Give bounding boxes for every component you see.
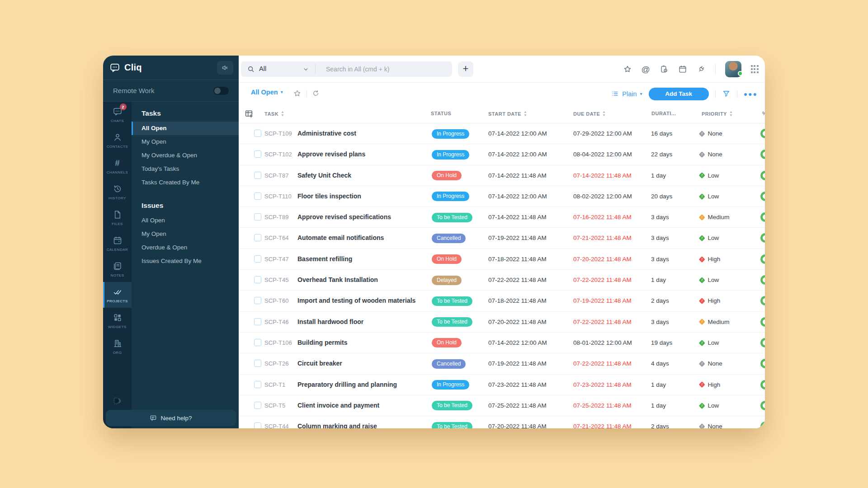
layout-dropdown[interactable]: Plain ▾: [611, 90, 642, 98]
task-row[interactable]: SCP-T106 Building permits On Hold 07-14-…: [239, 333, 765, 353]
task-name[interactable]: Install hardwood floor: [297, 318, 363, 325]
task-row[interactable]: SCP-T102 Approve revised plans In Progre…: [239, 144, 765, 165]
filter-item[interactable]: All Open: [132, 122, 239, 135]
task-name[interactable]: Safety Unit Check: [297, 172, 351, 179]
sidebar-item-projects[interactable]: PROJECTS: [103, 282, 132, 308]
mention-at-icon[interactable]: @: [642, 65, 650, 74]
filter-item[interactable]: My Open: [132, 227, 239, 241]
table-settings-icon[interactable]: [244, 109, 254, 118]
refresh-icon[interactable]: [312, 89, 320, 97]
task-name[interactable]: Approve revised specifications: [297, 213, 391, 221]
task-row[interactable]: SCP-T5 Client invoice and payment To be …: [239, 395, 765, 416]
sort-icon[interactable]: [729, 111, 733, 117]
apps-grid-icon[interactable]: [751, 65, 759, 73]
global-search[interactable]: All Search in All (cmd + k): [241, 61, 452, 77]
calendar-icon[interactable]: [678, 65, 687, 74]
task-name[interactable]: Approve revised plans: [297, 150, 365, 158]
row-checkbox[interactable]: [254, 255, 261, 263]
sidebar-item-widgets[interactable]: WIDGETS: [103, 308, 132, 333]
task-row[interactable]: SCP-T64 Automate email notifications Can…: [239, 228, 765, 249]
filter-item[interactable]: Tasks Created By Me: [132, 176, 239, 189]
task-name[interactable]: Circuit breaker: [297, 360, 342, 367]
avatar[interactable]: [725, 61, 741, 77]
row-checkbox[interactable]: [254, 360, 261, 367]
need-help-button[interactable]: Need help?: [106, 410, 236, 426]
task-name[interactable]: Client invoice and payment: [297, 402, 379, 409]
sidebar-item-chats[interactable]: 2 CHATS: [103, 102, 132, 127]
theme-toggle-icon[interactable]: [103, 395, 132, 407]
task-name[interactable]: Building permits: [297, 339, 347, 346]
task-name[interactable]: Automate email notifications: [297, 234, 384, 241]
column-header[interactable]: PRIORITY: [702, 111, 733, 117]
task-name[interactable]: Floor tiles inspection: [297, 192, 361, 200]
task-name[interactable]: Overhead Tank Installation: [297, 276, 378, 283]
sort-icon[interactable]: [524, 111, 527, 117]
task-row[interactable]: SCP-T46 Install hardwood floor To be Tes…: [239, 312, 765, 333]
status-badge: To be Tested: [432, 317, 472, 327]
row-checkbox[interactable]: [254, 339, 261, 346]
column-header: STATUS: [431, 111, 451, 116]
filter-funnel-icon[interactable]: [722, 89, 731, 98]
sound-icon[interactable]: [217, 61, 233, 75]
row-checkbox[interactable]: [254, 402, 261, 409]
filter-item[interactable]: My Overdue & Open: [132, 149, 239, 162]
sort-icon[interactable]: [602, 111, 606, 117]
task-row[interactable]: SCP-T1 Preparatory drilling and planning…: [239, 375, 765, 395]
view-dropdown[interactable]: All Open ▾: [251, 89, 283, 96]
task-name[interactable]: Basement refilling: [297, 255, 352, 263]
duration: 3 days: [651, 214, 669, 221]
filter-item[interactable]: Issues Created By Me: [132, 254, 239, 268]
more-options-icon[interactable]: ●●●: [744, 90, 758, 98]
sidebar-item-notes[interactable]: NOTES: [103, 256, 132, 282]
column-header[interactable]: START DATE: [488, 111, 527, 117]
task-name[interactable]: Column marking and raise: [297, 422, 377, 428]
status-badge: To be Tested: [432, 296, 472, 306]
row-checkbox[interactable]: [254, 234, 261, 241]
row-checkbox[interactable]: [254, 192, 261, 200]
task-row[interactable]: SCP-T47 Basement refilling On Hold 07-18…: [239, 249, 765, 270]
row-checkbox[interactable]: [254, 150, 261, 158]
search-input[interactable]: Search in All (cmd + k): [326, 66, 389, 73]
task-row[interactable]: SCP-T87 Safety Unit Check On Hold 07-14-…: [239, 165, 765, 186]
task-row[interactable]: SCP-T109 Administrative cost In Progress…: [239, 123, 765, 144]
filter-item[interactable]: My Open: [132, 135, 239, 149]
task-row[interactable]: SCP-T60 Import and testing of wooden mat…: [239, 291, 765, 311]
task-name[interactable]: Preparatory drilling and planning: [297, 381, 397, 388]
row-checkbox[interactable]: [254, 318, 261, 325]
sidebar-item-contacts[interactable]: CONTACTS: [103, 127, 132, 153]
filter-item[interactable]: Overdue & Open: [132, 241, 239, 254]
task-row[interactable]: SCP-T89 Approve revised specifications T…: [239, 207, 765, 228]
sidebar-item-calendar[interactable]: CALENDAR: [103, 230, 132, 256]
task-row[interactable]: SCP-T26 Circuit breaker Cancelled 07-19-…: [239, 353, 765, 374]
row-checkbox[interactable]: [254, 297, 261, 304]
row-checkbox[interactable]: [254, 130, 261, 137]
column-header[interactable]: DUE DATE: [573, 111, 606, 117]
search-scope-select[interactable]: All: [259, 65, 266, 72]
row-checkbox[interactable]: [254, 213, 261, 221]
row-checkbox[interactable]: [254, 172, 261, 179]
task-row[interactable]: SCP-T44 Column marking and raise To be T…: [239, 416, 765, 428]
task-name[interactable]: Administrative cost: [297, 130, 356, 137]
row-checkbox[interactable]: [254, 422, 261, 428]
clipboard-clock-icon[interactable]: [660, 65, 669, 74]
star-icon[interactable]: [623, 65, 632, 74]
chevron-down-icon[interactable]: [302, 66, 309, 73]
sidebar-item-history[interactable]: HISTORY: [103, 179, 132, 205]
row-checkbox[interactable]: [254, 276, 261, 283]
filter-item[interactable]: All Open: [132, 214, 239, 227]
filter-item[interactable]: Today's Tasks: [132, 162, 239, 176]
sidebar-item-org[interactable]: ORG: [103, 333, 132, 359]
plug-icon[interactable]: [697, 65, 706, 74]
availability-toggle[interactable]: [213, 87, 229, 95]
task-row[interactable]: SCP-T110 Floor tiles inspection In Progr…: [239, 186, 765, 207]
sort-icon[interactable]: [281, 111, 284, 117]
sidebar-item-channels[interactable]: # CHANNELS: [103, 153, 132, 179]
task-row[interactable]: SCP-T45 Overhead Tank Installation Delay…: [239, 270, 765, 291]
row-checkbox[interactable]: [254, 381, 261, 388]
add-task-button[interactable]: Add Task: [649, 88, 709, 100]
favorite-view-star-icon[interactable]: [293, 89, 302, 98]
task-name[interactable]: Import and testing of wooden materials: [297, 297, 415, 304]
sidebar-item-files[interactable]: FILES: [103, 205, 132, 230]
new-chat-button[interactable]: +: [458, 61, 473, 77]
column-header[interactable]: TASK: [264, 111, 284, 117]
